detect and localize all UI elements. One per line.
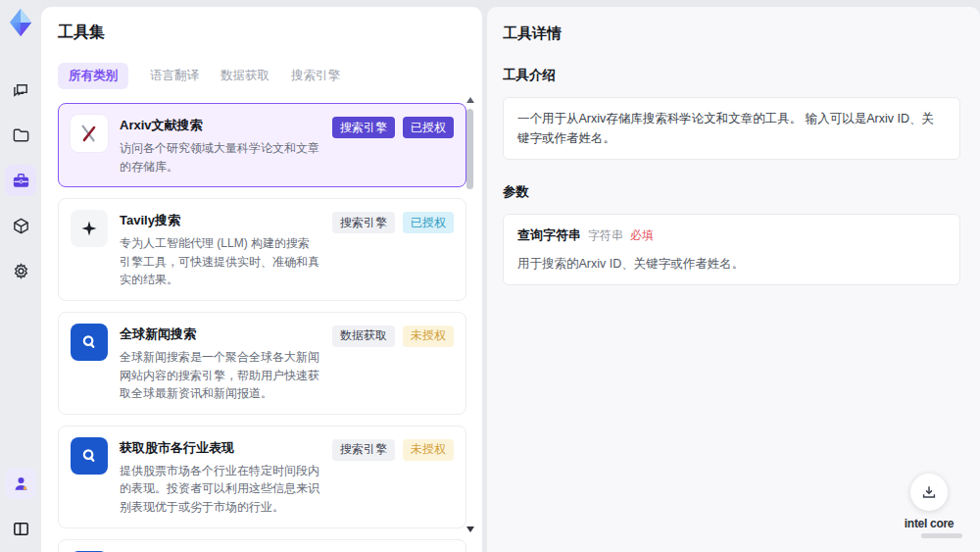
chat-icon bbox=[12, 81, 30, 100]
category-tag: 搜索引擎 bbox=[332, 439, 395, 461]
intel-core-sublabel bbox=[921, 533, 962, 538]
tab-data-fetching[interactable]: 数据获取 bbox=[220, 63, 270, 89]
list-item-tavily[interactable]: Tavily搜索 专为人工智能代理 (LLM) 构建的搜索引擎工具，可快速提供实… bbox=[58, 198, 466, 301]
panel-layout-icon bbox=[12, 520, 30, 538]
sidebar-item-panel-toggle[interactable] bbox=[5, 513, 36, 544]
app-logo-icon bbox=[6, 8, 35, 37]
category-tag: 搜索引擎 bbox=[332, 212, 395, 233]
param-description: 用于搜索的Arxiv ID、关键字或作者姓名。 bbox=[517, 254, 946, 274]
tab-search-engine[interactable]: 搜索引擎 bbox=[291, 63, 340, 89]
tool-name: Tavily搜索 bbox=[120, 212, 320, 229]
tool-description: 全球新闻搜索是一个聚合全球各大新闻网站内容的搜索引擎，帮助用户快速获取全球最新资… bbox=[120, 348, 320, 403]
list-item-global-news[interactable]: 全球新闻搜索 全球新闻搜索是一个聚合全球各大新闻网站内容的搜索引擎，帮助用户快速… bbox=[58, 312, 466, 415]
sidebar-item-files[interactable] bbox=[5, 120, 36, 151]
tab-language-translation[interactable]: 语言翻译 bbox=[150, 63, 199, 89]
param-required-badge: 必填 bbox=[630, 226, 654, 245]
category-tag: 搜索引擎 bbox=[332, 117, 395, 138]
download-button[interactable] bbox=[910, 474, 948, 511]
search-logo-icon bbox=[71, 437, 108, 475]
intro-heading: 工具介绍 bbox=[503, 67, 960, 84]
status-badge: 已授权 bbox=[403, 212, 454, 233]
list-item-arxiv[interactable]: Arxiv文献搜索 访问各个研究领域大量科学论文和文章的存储库。 搜索引擎 已授… bbox=[58, 103, 466, 187]
content-area: 工具集 所有类别 语言翻译 数据获取 搜索引擎 A bbox=[41, 0, 980, 552]
status-badge: 未授权 bbox=[403, 439, 454, 461]
list-item-sector-performance[interactable]: 获取股市各行业表现 提供股票市场各个行业在特定时间段内的表现。投资者可以利用这些… bbox=[58, 426, 466, 528]
tool-description: 提供股票市场各个行业在特定时间段内的表现。投资者可以利用这些信息来识别表现优于或… bbox=[120, 462, 320, 517]
user-icon bbox=[12, 475, 30, 493]
scroll-down-arrow-icon[interactable] bbox=[466, 527, 474, 532]
intro-box: 一个用于从Arxiv存储库搜索科学论文和文章的工具。 输入可以是Arxiv ID… bbox=[503, 97, 960, 160]
param-type: 字符串 bbox=[588, 226, 623, 245]
download-icon bbox=[920, 483, 938, 501]
sidebar-item-account[interactable] bbox=[5, 468, 36, 499]
scrollbar-thumb[interactable] bbox=[466, 109, 473, 189]
bottom-right-widget: intel core bbox=[896, 474, 962, 538]
sidebar-item-settings[interactable] bbox=[5, 255, 36, 286]
tab-all-categories[interactable]: 所有类别 bbox=[58, 63, 128, 89]
app-window: 工具集 所有类别 语言翻译 数据获取 搜索引擎 A bbox=[0, 0, 980, 552]
sidebar-item-packages[interactable] bbox=[5, 210, 36, 241]
sidebar-item-chat[interactable] bbox=[5, 75, 36, 106]
tool-description: 访问各个研究领域大量科学论文和文章的存储库。 bbox=[120, 139, 320, 176]
gear-icon bbox=[12, 262, 30, 280]
params-heading: 参数 bbox=[503, 183, 960, 201]
list-item-active-stocks[interactable]: 获取市场最活跃股票信息 提供当天交易量最高的股票列表，投资者可以利用这些信息来识… bbox=[58, 539, 466, 552]
search-logo-icon bbox=[71, 324, 108, 361]
tool-name: 获取股市各行业表现 bbox=[120, 439, 320, 457]
tool-detail-pane: 工具详情 工具介绍 一个用于从Arxiv存储库搜索科学论文和文章的工具。 输入可… bbox=[487, 7, 980, 552]
page-title: 工具集 bbox=[58, 23, 482, 43]
tool-list-pane: 工具集 所有类别 语言翻译 数据获取 搜索引擎 A bbox=[41, 7, 482, 552]
tool-description: 专为人工智能代理 (LLM) 构建的搜索引擎工具，可快速提供实时、准确和真实的结… bbox=[120, 234, 320, 289]
sidebar-item-toolbox[interactable] bbox=[5, 165, 36, 196]
tool-name: Arxiv文献搜索 bbox=[120, 117, 320, 134]
tool-list: Arxiv文献搜索 访问各个研究领域大量科学论文和文章的存储库。 搜索引擎 已授… bbox=[58, 103, 482, 552]
toolbox-icon bbox=[12, 172, 30, 190]
category-tag: 数据获取 bbox=[332, 326, 395, 347]
cube-icon bbox=[12, 217, 30, 235]
left-icon-rail bbox=[0, 0, 41, 552]
status-badge: 已授权 bbox=[403, 117, 454, 138]
category-tabs: 所有类别 语言翻译 数据获取 搜索引擎 bbox=[58, 63, 482, 89]
status-badge: 未授权 bbox=[403, 326, 454, 347]
intel-core-logo: intel core bbox=[905, 517, 954, 530]
param-name: 查询字符串 bbox=[517, 226, 581, 246]
tool-name: 全球新闻搜索 bbox=[120, 326, 320, 343]
arxiv-logo-icon bbox=[71, 115, 108, 152]
tavily-star-icon bbox=[71, 210, 108, 247]
param-box: 查询字符串 字符串 必填 用于搜索的Arxiv ID、关键字或作者姓名。 bbox=[503, 214, 960, 285]
scroll-up-arrow-icon[interactable] bbox=[466, 97, 474, 103]
list-scrollbar[interactable] bbox=[466, 91, 475, 544]
detail-title: 工具详情 bbox=[503, 25, 960, 43]
folder-icon bbox=[12, 126, 30, 145]
